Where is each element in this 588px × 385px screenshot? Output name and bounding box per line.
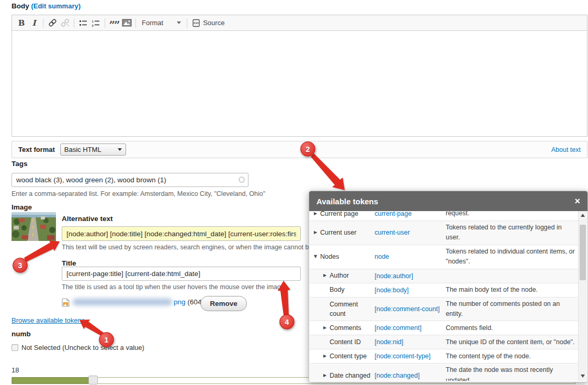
expander-spacer <box>323 285 330 287</box>
about-text-link[interactable]: About text <box>551 146 581 153</box>
token-row: ▶Current usercurrent-userTokens related … <box>310 221 578 245</box>
italic-icon[interactable]: I <box>28 17 40 29</box>
available-tokens-dialog: Available tokens × ▶Current pagecurrent-… <box>309 191 588 382</box>
collapsed-arrow-icon[interactable]: ▶ <box>323 323 330 331</box>
source-icon <box>192 19 200 27</box>
text-format-label: Text format <box>18 146 55 153</box>
expanded-arrow-icon[interactable]: ▼ <box>314 252 320 260</box>
scroll-down-icon[interactable] <box>581 375 585 378</box>
token-description: Tokens related to individual content ite… <box>446 247 578 267</box>
format-dropdown-label: Format <box>142 19 163 27</box>
drupal-node-edit-form: Body (Edit summary) B I 12 ”” <box>0 0 588 385</box>
annotation-arrow-2 <box>311 153 345 190</box>
body-field-label: Body <box>12 2 29 10</box>
image-title-description: The title is used as a tool tip when the… <box>62 283 286 291</box>
file-name-redacted <box>73 299 172 305</box>
token-link[interactable]: [node:changed] <box>375 372 420 379</box>
numb-checkbox-row: Not Selected (Uncheck to select a value) <box>12 344 144 351</box>
token-name: Author <box>330 271 349 280</box>
browse-available-tokens-link[interactable]: Browse available tokens. <box>12 316 87 324</box>
text-format-bar: Text format Basic HTML About text <box>12 141 587 158</box>
link-icon[interactable] <box>46 17 59 29</box>
token-description: The date the node was most recently upda… <box>446 365 578 381</box>
scrollbar-thumb[interactable] <box>580 225 586 280</box>
token-description: Tokens related to the currently logged i… <box>446 223 578 243</box>
token-name: Comment count <box>330 300 375 318</box>
toolbar-separator <box>74 18 74 28</box>
dialog-header[interactable]: Available tokens × <box>309 191 587 211</box>
expander-spacer <box>323 337 330 339</box>
token-link[interactable]: [node:body] <box>375 287 409 294</box>
token-name: Content type <box>330 351 367 361</box>
tags-label: Tags <box>12 160 28 168</box>
chevron-down-icon <box>177 21 181 26</box>
bold-icon[interactable]: B <box>15 17 28 29</box>
file-link-extension[interactable]: png <box>174 298 186 306</box>
dialog-scrollbar[interactable] <box>578 211 587 381</box>
remove-file-button[interactable]: Remove <box>200 296 247 311</box>
image-icon[interactable] <box>120 17 133 29</box>
collapsed-arrow-icon[interactable]: ▶ <box>314 228 320 236</box>
token-link[interactable]: [node:author] <box>375 272 413 280</box>
source-button[interactable]: Source <box>190 17 227 29</box>
token-name: Comments <box>330 323 361 333</box>
scroll-up-icon[interactable] <box>581 214 585 217</box>
collapsed-arrow-icon[interactable]: ▶ <box>323 371 330 379</box>
token-row: ▶Comments[node:comment]Comments field. <box>310 321 578 335</box>
svg-text:1: 1 <box>92 20 94 23</box>
numb-field-label: numb <box>12 330 31 338</box>
token-link[interactable]: [node:content-type] <box>375 353 431 360</box>
collapsed-arrow-icon[interactable]: ▶ <box>323 271 330 279</box>
text-format-select[interactable]: Basic HTML <box>60 144 126 156</box>
image-field-label: Image <box>12 203 32 211</box>
bulleted-list-icon[interactable] <box>77 17 89 29</box>
image-title-label: Title <box>62 259 76 267</box>
token-tree-viewport: ▶Current pagecurrent-pagerequest.▶Curren… <box>310 211 578 381</box>
annotation-marker-4: 4 <box>279 314 295 329</box>
autocomplete-throbber-icon <box>239 177 245 183</box>
dialog-title: Available tokens <box>316 197 378 206</box>
token-row: Content ID[node:nid]The unique ID of the… <box>310 335 578 349</box>
numbered-list-icon[interactable]: 12 <box>89 17 102 29</box>
collapsed-arrow-icon[interactable]: ▶ <box>314 211 320 217</box>
token-description: The number of comments posted on an enti… <box>446 299 578 320</box>
format-dropdown[interactable]: Format <box>139 19 184 27</box>
toolbar-separator <box>105 18 105 28</box>
token-name: Current user <box>320 228 356 237</box>
not-selected-checkbox[interactable] <box>12 344 18 351</box>
token-link[interactable]: [node:comment] <box>375 324 422 332</box>
token-name: Current page <box>320 211 358 218</box>
editor-content-area[interactable] <box>12 31 587 136</box>
token-name: Nodes <box>320 252 339 261</box>
alt-text-input[interactable] <box>62 226 301 241</box>
editor-toolbar: B I 12 ”” Format <box>12 15 587 31</box>
toolbar-separator <box>43 18 43 28</box>
image-title-input[interactable] <box>62 267 301 281</box>
not-selected-checkbox-label: Not Selected (Uncheck to select a value) <box>21 344 144 351</box>
svg-text:2: 2 <box>92 24 94 27</box>
collapsed-arrow-icon[interactable]: ▶ <box>323 351 330 359</box>
token-link[interactable]: node <box>375 253 389 260</box>
tags-input[interactable] <box>12 173 248 187</box>
token-link[interactable]: current-user <box>375 229 410 236</box>
token-name: Body <box>330 285 345 294</box>
toolbar-separator <box>187 18 187 28</box>
select-arrow-icon <box>118 148 122 153</box>
token-link[interactable]: [node:nid] <box>375 338 403 346</box>
edit-summary-link[interactable]: (Edit summary) <box>31 2 81 10</box>
token-link[interactable]: [node:comment-count] <box>375 305 439 313</box>
expander-spacer <box>323 300 330 301</box>
token-link[interactable]: current-page <box>375 211 412 217</box>
unlink-icon <box>59 17 71 29</box>
blockquote-icon[interactable]: ”” <box>108 17 120 29</box>
token-description: request. <box>446 211 578 219</box>
close-icon[interactable]: × <box>574 197 580 205</box>
source-button-label: Source <box>203 19 224 27</box>
image-file-icon <box>62 298 70 307</box>
token-row: ▶Date changed[node:changed]The date the … <box>310 364 578 381</box>
token-table: ▶Current pagecurrent-pagerequest.▶Curren… <box>310 211 578 381</box>
token-description: The content type of the node. <box>446 351 578 361</box>
token-name: Date changed <box>330 371 370 380</box>
slider-handle[interactable] <box>88 376 98 384</box>
token-row: ▶Current pagecurrent-pagerequest. <box>310 211 578 221</box>
